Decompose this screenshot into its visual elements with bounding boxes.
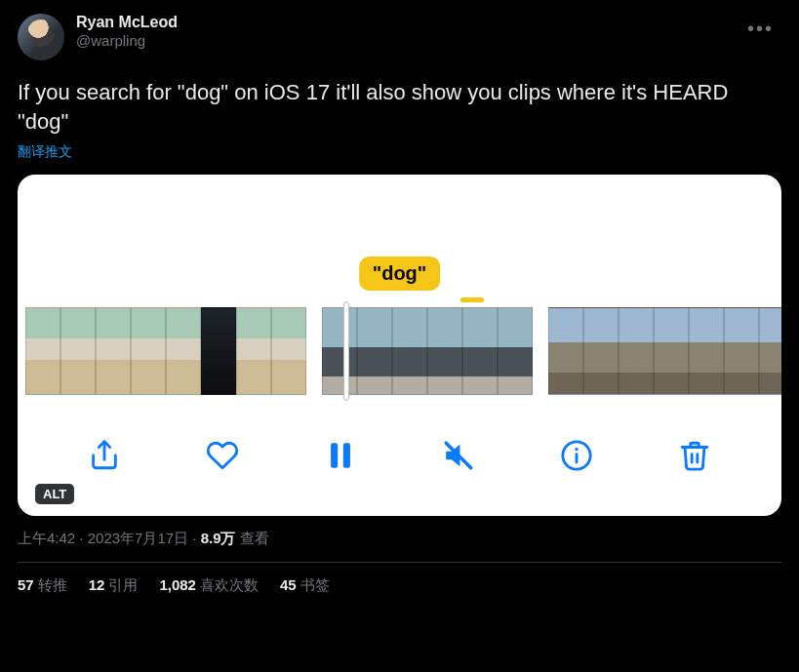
views-label: 查看	[240, 530, 269, 546]
divider	[18, 562, 781, 563]
alt-badge[interactable]: ALT	[35, 484, 74, 504]
thumbnail-frame	[60, 307, 96, 395]
tweet-text: If you search for "dog" on iOS 17 it'll …	[18, 78, 781, 136]
scrubber-handle[interactable]	[343, 301, 349, 401]
thumbnail-frame	[96, 307, 131, 395]
pause-icon[interactable]	[324, 439, 357, 472]
likes-stat[interactable]: 1,082喜欢次数	[159, 576, 259, 595]
thumbnail-frame	[724, 307, 759, 395]
tweet-date[interactable]: 2023年7月17日	[88, 530, 188, 546]
thumbnail-frame	[166, 307, 201, 395]
display-name[interactable]: Ryan McLeod	[76, 14, 178, 31]
thumbnail-frame	[462, 307, 498, 395]
thumbnail-frame	[25, 307, 60, 395]
tweet-time[interactable]: 上午4:42	[18, 530, 75, 546]
share-icon[interactable]	[88, 439, 121, 472]
media-card[interactable]: "dog"	[18, 175, 781, 516]
svg-rect-0	[331, 444, 338, 469]
thumbnail-frame	[654, 307, 689, 395]
thumbnail-frame	[498, 307, 533, 395]
thumbnail-frame	[759, 307, 781, 395]
tweet-meta: 上午4:42 · 2023年7月17日 · 8.9万 查看	[18, 530, 781, 548]
trash-icon[interactable]	[678, 439, 711, 472]
thumbnail-frame	[689, 307, 724, 395]
thumbnail-frame	[548, 307, 583, 395]
translate-link[interactable]: 翻译推文	[18, 143, 72, 161]
user-handle[interactable]: @warpling	[76, 32, 178, 49]
thumbnail-frame	[201, 307, 236, 395]
tweet-stats: 57转推 12引用 1,082喜欢次数 45书签	[18, 576, 781, 595]
more-icon[interactable]: •••	[739, 14, 781, 44]
thumbnail-frame	[357, 307, 392, 395]
thumbnail-frame	[236, 307, 271, 395]
bookmarks-stat[interactable]: 45书签	[280, 576, 330, 595]
caption-tooltip: "dog"	[359, 257, 441, 291]
thumbnail-frame	[392, 307, 427, 395]
retweets-stat[interactable]: 57转推	[18, 576, 67, 595]
avatar[interactable]	[18, 14, 64, 60]
svg-point-5	[576, 448, 579, 451]
video-scrubber-reel[interactable]	[18, 307, 781, 395]
mute-icon[interactable]	[442, 439, 475, 472]
quotes-stat[interactable]: 12引用	[89, 576, 139, 595]
caption-marker	[460, 297, 484, 302]
views-count: 8.9万	[201, 530, 236, 546]
heart-icon[interactable]	[206, 439, 239, 472]
thumbnail-frame	[619, 307, 654, 395]
svg-rect-1	[343, 444, 350, 469]
thumbnail-frame	[427, 307, 462, 395]
thumbnail-frame	[583, 307, 619, 395]
info-icon[interactable]	[560, 439, 593, 472]
thumbnail-frame	[271, 307, 306, 395]
thumbnail-frame	[322, 307, 357, 395]
thumbnail-frame	[131, 307, 166, 395]
